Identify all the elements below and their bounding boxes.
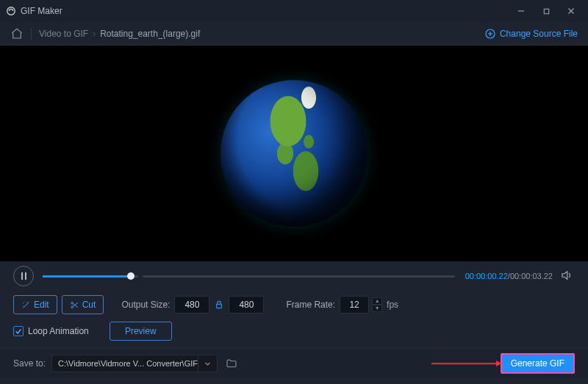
edit-button[interactable]: Edit xyxy=(13,295,57,314)
volume-icon[interactable] xyxy=(560,269,575,283)
fps-label: fps xyxy=(387,300,398,310)
output-width-input[interactable]: 480 xyxy=(174,296,209,314)
folder-icon xyxy=(226,358,237,369)
play-pause-button[interactable] xyxy=(13,266,34,286)
lock-icon[interactable] xyxy=(214,300,224,310)
total-time: /00:00:03.22 xyxy=(508,272,553,280)
open-folder-button[interactable] xyxy=(222,355,241,372)
svg-rect-10 xyxy=(217,304,222,308)
cut-button[interactable]: Cut xyxy=(62,295,104,314)
check-icon xyxy=(15,327,22,335)
window-maximize-button[interactable] xyxy=(534,0,559,22)
spinner-down-icon[interactable]: ▼ xyxy=(372,305,382,312)
video-preview-area xyxy=(0,46,588,261)
window-titlebar: GIF Maker xyxy=(0,0,588,22)
progress-slider[interactable] xyxy=(43,275,138,278)
progress-thumb[interactable] xyxy=(127,272,135,280)
preview-button[interactable]: Preview xyxy=(110,322,172,341)
window-minimize-button[interactable] xyxy=(509,0,534,22)
annotation-arrow xyxy=(431,363,498,364)
svg-point-0 xyxy=(7,7,15,15)
svg-rect-2 xyxy=(544,9,548,13)
loop-animation-label: Loop Animation xyxy=(28,326,89,336)
save-path-dropdown[interactable] xyxy=(198,355,218,372)
home-icon[interactable] xyxy=(10,27,24,40)
magic-wand-icon xyxy=(21,300,31,310)
cut-label: Cut xyxy=(82,300,96,310)
frame-rate-input[interactable]: 12 xyxy=(340,296,369,314)
plus-circle-icon xyxy=(484,28,496,40)
window-close-button[interactable] xyxy=(559,0,584,22)
tool-row: Edit Cut Output Size: 480 480 Frame Rate… xyxy=(0,291,588,317)
chevron-down-icon xyxy=(204,361,211,367)
frame-rate-label: Frame Rate: xyxy=(286,300,335,310)
output-size-label: Output Size: xyxy=(121,300,170,310)
output-height-input[interactable]: 480 xyxy=(229,296,264,314)
svg-point-8 xyxy=(71,302,73,303)
save-path-display[interactable]: C:\Vidmore\Vidmore V... Converter\GIF Ma… xyxy=(51,355,198,372)
annotation-arrowhead xyxy=(496,361,502,366)
save-to-label: Save to: xyxy=(13,358,46,369)
earth-preview-image xyxy=(220,80,368,227)
breadcrumb-bar: Video to GIF › Rotating_earth_(large).gi… xyxy=(0,22,588,46)
loop-animation-checkbox[interactable] xyxy=(13,326,24,336)
frame-rate-spinner[interactable]: ▲ ▼ xyxy=(372,297,382,312)
window-title: GIF Maker xyxy=(21,6,62,16)
breadcrumb-item-2: Rotating_earth_(large).gif xyxy=(100,29,200,39)
spinner-up-icon[interactable]: ▲ xyxy=(372,297,382,305)
progress-remaining[interactable] xyxy=(143,275,455,278)
app-icon xyxy=(6,6,16,16)
current-time: 00:00:00.22 xyxy=(465,272,508,280)
edit-label: Edit xyxy=(34,300,49,310)
save-bar: Save to: C:\Vidmore\Vidmore V... Convert… xyxy=(0,349,588,378)
change-source-file-button[interactable]: Change Source File xyxy=(484,28,578,40)
generate-gif-button[interactable]: Generate GIF xyxy=(501,353,575,374)
change-source-label: Change Source File xyxy=(500,29,578,39)
svg-point-9 xyxy=(71,305,73,307)
breadcrumb-item-1[interactable]: Video to GIF xyxy=(39,29,88,39)
playback-bar: 00:00:00.22/00:00:03.22 xyxy=(0,261,588,291)
options-row: Loop Animation Preview xyxy=(0,317,588,348)
chevron-right-icon: › xyxy=(93,29,96,39)
scissors-icon xyxy=(70,300,79,310)
